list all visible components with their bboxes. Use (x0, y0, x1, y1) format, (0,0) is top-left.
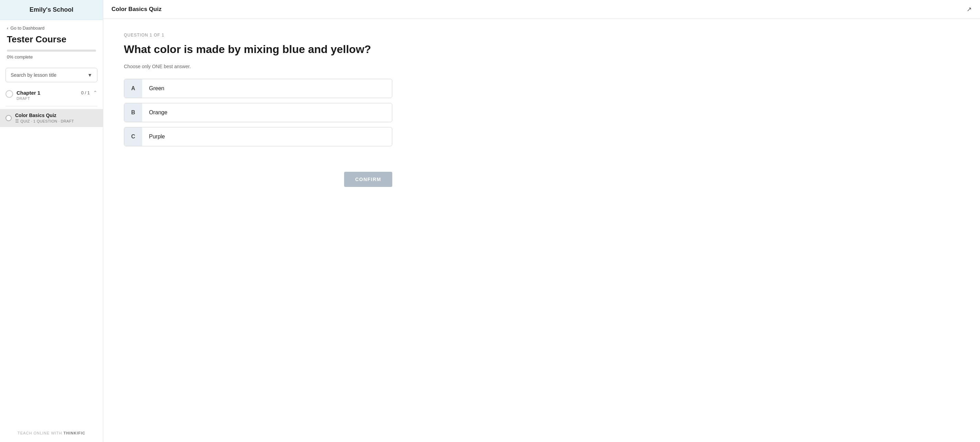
progress-bar-container (7, 49, 96, 52)
quiz-icon: ☰ (15, 119, 19, 124)
expand-icon[interactable]: ↗ (967, 5, 972, 13)
footer-brand: THINKIFIC (64, 431, 85, 435)
answer-text-b: Orange (142, 103, 392, 122)
school-name: Emily's School (30, 6, 73, 13)
go-to-dashboard-label: Go to Dashboard (10, 26, 45, 30)
answer-letter-c: C (124, 128, 142, 146)
answer-option-b[interactable]: B Orange (124, 103, 392, 122)
chapter-section: Chapter 1 DRAFT 0 / 1 ⌃ (0, 82, 103, 103)
chapter-collapse-icon[interactable]: ⌃ (93, 90, 97, 95)
search-dropdown[interactable]: Search by lesson title ▼ (5, 68, 97, 82)
progress-text: 0% complete (7, 54, 96, 59)
lesson-meta: ☰ QUIZ · 1 QUESTION · DRAFT (15, 119, 97, 124)
go-to-dashboard-link[interactable]: ‹ Go to Dashboard (7, 26, 96, 30)
chapter-item: Chapter 1 DRAFT 0 / 1 ⌃ (5, 87, 97, 103)
quiz-body: QUESTION 1 OF 1 What color is made by mi… (103, 19, 413, 165)
course-title: Tester Course (7, 34, 96, 45)
answer-text-a: Green (142, 79, 392, 98)
answer-letter-a: A (124, 79, 142, 98)
answer-option-c[interactable]: C Purple (124, 127, 392, 146)
sidebar-footer: TEACH ONLINE WITH THINKIFIC (0, 424, 103, 442)
confirm-button[interactable]: CONFIRM (344, 172, 392, 187)
main-content: Color Basics Quiz ↗ QUESTION 1 OF 1 What… (103, 0, 980, 442)
question-text: What color is made by mixing blue and ye… (124, 42, 392, 57)
search-dropdown-label: Search by lesson title (11, 72, 56, 78)
answer-letter-b: B (124, 103, 142, 122)
sidebar: Emily's School ‹ Go to Dashboard Tester … (0, 0, 103, 442)
chapter-divider (5, 106, 97, 106)
question-label: QUESTION 1 OF 1 (124, 33, 392, 38)
chevron-down-icon: ▼ (88, 72, 92, 78)
lesson-circle (5, 115, 12, 121)
answer-option-a[interactable]: A Green (124, 79, 392, 98)
chevron-left-icon: ‹ (7, 26, 8, 30)
lesson-item[interactable]: Color Basics Quiz ☰ QUIZ · 1 QUESTION · … (0, 109, 103, 127)
quiz-header-title: Color Basics Quiz (111, 6, 161, 13)
chapter-title: Chapter 1 (16, 90, 40, 96)
chapter-draft-label: DRAFT (16, 96, 40, 101)
lesson-title: Color Basics Quiz (15, 113, 97, 118)
lesson-meta-text: QUIZ · 1 QUESTION · DRAFT (20, 119, 74, 123)
chapter-circle (5, 90, 13, 98)
sidebar-header: Emily's School (0, 0, 103, 20)
sidebar-nav: ‹ Go to Dashboard Tester Course 0% compl… (0, 20, 103, 62)
chapter-progress: 0 / 1 (81, 90, 90, 95)
confirm-row: CONFIRM (103, 165, 413, 187)
quiz-header: Color Basics Quiz ↗ (103, 0, 980, 19)
instruction-text: Choose only ONE best answer. (124, 64, 392, 69)
answer-text-c: Purple (142, 128, 392, 146)
footer-text: TEACH ONLINE WITH (18, 431, 62, 435)
